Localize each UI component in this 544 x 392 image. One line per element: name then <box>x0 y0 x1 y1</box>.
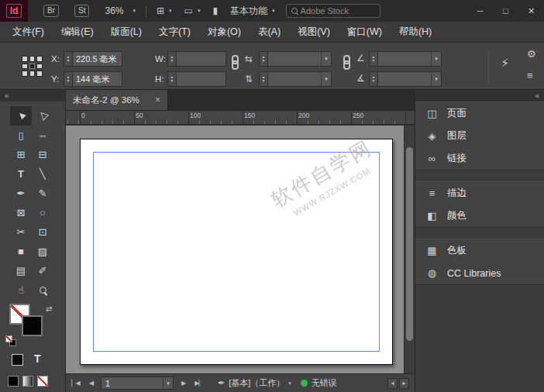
scale-y-combo[interactable]: ▴ ▾ ▾ <box>259 71 332 87</box>
next-page-button[interactable]: ▶ <box>177 380 189 387</box>
constrain-scale-chain-icon[interactable] <box>341 55 352 70</box>
pencil-tool[interactable]: ✎ <box>32 184 53 203</box>
close-button[interactable]: ✕ <box>518 0 544 22</box>
menu-window[interactable]: 窗口(W) <box>339 22 391 43</box>
scale-x-stepper[interactable]: ▴ ▾ <box>260 52 268 66</box>
vertical-scrollbar-thumb[interactable] <box>406 147 413 341</box>
formatting-affects-text-button[interactable]: T <box>34 352 41 365</box>
page-tool[interactable]: ▯ <box>10 126 32 145</box>
close-tab-icon[interactable]: × <box>155 95 160 105</box>
preflight-menu-icon[interactable]: ▾ <box>288 380 291 387</box>
reference-point[interactable] <box>29 70 36 77</box>
apply-color-button[interactable] <box>8 376 19 387</box>
flip-horizontal-icon[interactable]: ⇆ <box>245 54 253 64</box>
ellipse-frame-tool[interactable]: ○ <box>32 203 53 222</box>
chevron-down-icon[interactable]: ▾ <box>431 72 441 86</box>
shear-stepper[interactable]: ▴ ▾ <box>370 72 378 86</box>
y-input[interactable] <box>73 72 122 86</box>
panel-color[interactable]: ◧ 颜色 <box>415 205 544 227</box>
page-number-input[interactable] <box>102 377 163 389</box>
search-input[interactable] <box>301 6 380 15</box>
default-fill-stroke-button[interactable] <box>5 335 16 346</box>
pasteboard[interactable]: 软件自学网 WWW.RJZXW.COM <box>66 126 415 373</box>
x-input[interactable] <box>73 52 122 66</box>
rotation-angle-combo[interactable]: ▴ ▾ ▾ <box>369 51 442 67</box>
horizontal-ruler[interactable]: 0 50 100 150 200 250 <box>66 111 415 125</box>
chevron-down-icon[interactable]: ▾ <box>321 72 331 86</box>
adobe-stock-search[interactable] <box>286 4 380 18</box>
free-transform-tool[interactable]: ⊡ <box>32 222 53 242</box>
content-collector-tool[interactable]: ⊞ <box>10 145 32 164</box>
scale-y-stepper[interactable]: ▴ ▾ <box>260 72 268 86</box>
bridge-button[interactable]: Br <box>43 5 59 17</box>
content-placer-tool[interactable]: ⊟ <box>32 145 53 164</box>
h-field[interactable]: ▴ ▾ <box>167 71 226 87</box>
reference-point[interactable] <box>36 56 43 62</box>
reference-point-proxy[interactable] <box>22 56 43 77</box>
selection-tool[interactable]: ► <box>10 106 32 126</box>
gap-tool[interactable]: ⇔ <box>32 126 53 145</box>
reference-point[interactable] <box>29 64 36 70</box>
menu-view[interactable]: 视图(V) <box>289 22 339 43</box>
swap-fill-stroke-icon[interactable]: ⇄ <box>46 304 52 313</box>
line-tool[interactable]: ╲ <box>32 164 53 184</box>
document-page[interactable]: 软件自学网 WWW.RJZXW.COM <box>80 139 393 365</box>
x-field[interactable]: ▴ ▾ <box>64 51 122 67</box>
y-stepper[interactable]: ▴ ▾ <box>64 72 73 86</box>
chevron-down-icon[interactable]: ▾ <box>321 52 331 66</box>
rectangle-frame-tool[interactable]: ⊠ <box>10 203 32 222</box>
panel-swatches[interactable]: ▦ 色板 <box>415 239 544 262</box>
scroll-left-button[interactable]: ◂ <box>387 378 398 389</box>
w-input[interactable] <box>177 52 226 66</box>
menu-layout[interactable]: 版面(L) <box>102 22 150 43</box>
reference-point[interactable] <box>22 70 28 77</box>
preflight-profile[interactable]: [基本]（工作） <box>229 377 284 389</box>
page-number-combo[interactable]: ▾ <box>101 377 174 390</box>
first-page-button[interactable]: ▏◀ <box>70 380 81 387</box>
scissors-tool[interactable]: ✂ <box>10 222 32 242</box>
w-stepper[interactable]: ▴ ▾ <box>168 52 177 66</box>
zoom-level-dropdown[interactable]: 36% ▾ <box>105 5 136 16</box>
scroll-right-button[interactable]: ▸ <box>399 378 409 389</box>
reference-point[interactable] <box>36 70 43 77</box>
pen-tool[interactable]: ✒ <box>10 184 32 203</box>
direct-selection-tool[interactable]: ▷ <box>32 106 53 126</box>
shear-angle-combo[interactable]: ▴ ▾ ▾ <box>369 71 442 87</box>
y-field[interactable]: ▴ ▾ <box>64 71 122 87</box>
eyedropper-tool[interactable]: ✐ <box>32 261 53 280</box>
rotation-stepper[interactable]: ▴ ▾ <box>370 52 378 66</box>
apply-gradient-button[interactable] <box>22 376 33 387</box>
panel-links[interactable]: ∞ 链接 <box>415 147 544 170</box>
scale-x-combo[interactable]: ▴ ▾ ▾ <box>259 51 332 67</box>
chevron-down-icon[interactable]: ▾ <box>431 52 441 66</box>
menu-file[interactable]: 文件(F) <box>4 22 53 43</box>
panel-cc-libraries[interactable]: ◍ CC Libraries <box>415 262 544 284</box>
reference-point[interactable] <box>36 64 43 70</box>
gradient-feather-tool[interactable]: ▨ <box>32 242 53 261</box>
formatting-affects-container-button[interactable] <box>12 354 23 366</box>
menu-type[interactable]: 文字(T) <box>150 22 199 43</box>
panel-menu-icon[interactable]: ≡ <box>527 70 533 81</box>
type-tool[interactable]: T <box>10 164 32 184</box>
arrange-documents-icon[interactable]: ▮ <box>212 5 218 16</box>
note-tool[interactable]: ▤ <box>10 261 32 280</box>
h-input[interactable] <box>177 72 226 86</box>
gear-icon[interactable]: ⚙ <box>527 49 536 59</box>
menu-edit[interactable]: 编辑(E) <box>53 22 102 43</box>
workspace-switcher[interactable]: 基本功能 ▾ <box>230 5 275 18</box>
stroke-color-swatch[interactable] <box>22 315 43 336</box>
previous-page-button[interactable]: ◀ <box>85 380 97 387</box>
chevron-down-icon[interactable]: ▾ <box>163 377 173 389</box>
view-options-dropdown[interactable]: ⊞ ▾ <box>157 5 172 16</box>
hand-tool[interactable]: ☝ <box>10 280 32 300</box>
menu-table[interactable]: 表(A) <box>250 22 289 43</box>
expand-panels-icon[interactable]: « <box>535 91 539 100</box>
gradient-swatch-tool[interactable]: ■ <box>10 242 32 261</box>
x-stepper[interactable]: ▴ ▾ <box>64 52 73 66</box>
menu-help[interactable]: 帮助(H) <box>391 22 440 43</box>
h-stepper[interactable]: ▴ ▾ <box>168 72 177 86</box>
last-page-button[interactable]: ▶▏ <box>193 380 205 387</box>
quick-apply-lightning-icon[interactable]: ⚡ <box>501 57 509 70</box>
screen-mode-dropdown[interactable]: ▭ ▾ <box>184 5 201 16</box>
reference-point[interactable] <box>22 64 28 70</box>
